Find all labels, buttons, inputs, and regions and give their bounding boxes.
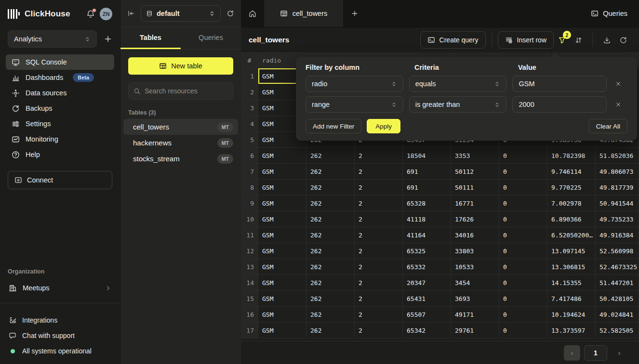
row-number[interactable]: 12 [241,243,258,259]
table-cell[interactable]: 65342 [403,323,451,338]
table-cell[interactable]: 52.582505 [596,323,639,338]
refresh-explorer-icon[interactable] [226,10,234,17]
filter-criteria-select[interactable]: is greater than [409,96,507,113]
table-cell[interactable]: 49.735233 [596,211,639,227]
table-cell[interactable]: 691 [403,180,451,195]
filter-criteria-select[interactable]: equals [409,76,507,92]
table-cell[interactable]: 9.746114 [547,164,596,180]
footer-item-integrations[interactable]: Integrations [0,313,120,327]
remove-filter-button[interactable] [612,99,624,110]
table-cell[interactable]: 262 [306,227,355,243]
row-number[interactable]: 9 [241,195,258,211]
row-number[interactable]: 3 [241,100,258,116]
table-cell[interactable]: 6.890366 [547,211,596,227]
search-resources-input[interactable] [145,87,232,95]
table-cell[interactable]: GSM [258,323,306,338]
table-cell[interactable]: GSM [258,227,306,243]
footer-item-chat-with-support[interactable]: Chat with support [0,328,120,343]
row-number[interactable]: 4 [241,116,258,132]
table-cell[interactable]: 2 [355,323,403,338]
table-cell[interactable]: 2 [355,148,403,164]
table-cell[interactable]: 49.806073 [596,164,639,180]
table-cell[interactable]: 51.447201 [596,275,639,291]
table-cell[interactable]: 18504 [403,148,451,164]
table-cell[interactable]: 52.4673325 [596,259,639,275]
table-cell[interactable]: 16771 [451,195,499,211]
table-cell[interactable]: 262 [306,323,355,338]
sidebar-item-settings[interactable]: Settings [6,116,114,131]
table-cell[interactable]: GSM [258,180,306,195]
filter-column-select[interactable]: radio [306,76,403,92]
table-cell[interactable]: 691 [403,164,451,180]
row-number[interactable]: 11 [241,227,258,243]
filter-value-input[interactable] [512,96,607,113]
table-cell[interactable]: GSM [258,243,306,259]
clear-all-filters-button[interactable]: Clear All [589,119,627,133]
table-cell[interactable]: GSM [258,148,306,164]
home-button[interactable] [241,0,264,27]
add-new-filter-button[interactable]: Add new Filter [306,119,361,133]
grid-header-index[interactable]: # [241,53,258,68]
table-cell[interactable]: 49.024841 [596,307,639,323]
table-cell[interactable]: 0 [499,323,547,338]
filter-button[interactable]: 2 [554,32,570,48]
table-cell[interactable]: 2 [355,195,403,211]
row-number[interactable]: 16 [241,307,258,323]
table-cell[interactable]: 50111 [451,180,499,195]
row-number[interactable]: 8 [241,180,258,195]
table-cell[interactable]: 0 [499,148,547,164]
tab-cell-towers[interactable]: cell_towers [264,0,343,27]
row-number[interactable]: 1 [241,68,258,84]
table-cell[interactable]: 17626 [451,211,499,227]
row-number[interactable]: 15 [241,291,258,307]
table-cell[interactable]: 10.194624 [547,307,596,323]
connect-button[interactable]: Connect [8,171,112,189]
table-cell[interactable]: 49171 [451,307,499,323]
export-button[interactable] [599,32,615,48]
table-cell[interactable]: 49.916384 [596,227,639,243]
row-number[interactable]: 5 [241,132,258,148]
table-list-item-cell-towers[interactable]: cell_towersMT [123,119,238,135]
search-resources-box[interactable] [128,82,233,100]
table-cell[interactable]: 41164 [403,227,451,243]
table-cell[interactable]: 10533 [451,259,499,275]
new-tab-button[interactable] [343,0,366,27]
table-cell[interactable]: 0 [499,195,547,211]
table-cell[interactable]: 262 [306,211,355,227]
org-item-meetups[interactable]: Meetups [6,280,114,296]
table-cell[interactable]: 65332 [403,259,451,275]
table-cell[interactable]: 14.15355 [547,275,596,291]
table-cell[interactable]: 65325 [403,243,451,259]
table-cell[interactable]: 0 [499,259,547,275]
table-cell[interactable]: 0 [499,243,547,259]
table-cell[interactable]: 3353 [451,148,499,164]
table-cell[interactable]: 65328 [403,195,451,211]
table-cell[interactable]: 0 [499,291,547,307]
table-cell[interactable]: 0 [499,275,547,291]
table-cell[interactable]: 2 [355,259,403,275]
table-cell[interactable]: 34016 [451,227,499,243]
table-cell[interactable]: 50.428105 [596,291,639,307]
table-cell[interactable]: 0 [499,227,547,243]
table-cell[interactable]: 50.941544 [596,195,639,211]
table-cell[interactable]: 10.782398 [547,148,596,164]
table-cell[interactable]: 65431 [403,291,451,307]
table-cell[interactable]: 262 [306,259,355,275]
table-cell[interactable]: 13.373597 [547,323,596,338]
table-cell[interactable]: GSM [258,307,306,323]
new-table-button[interactable]: New table [128,57,233,75]
sidebar-item-data-sources[interactable]: Data sources [6,85,114,101]
table-cell[interactable]: 262 [306,307,355,323]
table-cell[interactable]: 2 [355,180,403,195]
new-workspace-button[interactable] [104,35,112,43]
clickhouse-logo-icon[interactable] [8,9,20,19]
table-list-item-hackernews[interactable]: hackernewsMT [123,135,238,151]
table-cell[interactable]: 0 [499,164,547,180]
table-cell[interactable]: 262 [306,195,355,211]
database-select[interactable]: default [141,5,221,22]
table-cell[interactable]: GSM [258,291,306,307]
sidebar-item-monitoring[interactable]: Monitoring [6,131,114,147]
table-cell[interactable]: 2 [355,275,403,291]
table-cell[interactable]: 52.560998 [596,243,639,259]
table-cell[interactable]: 3454 [451,275,499,291]
